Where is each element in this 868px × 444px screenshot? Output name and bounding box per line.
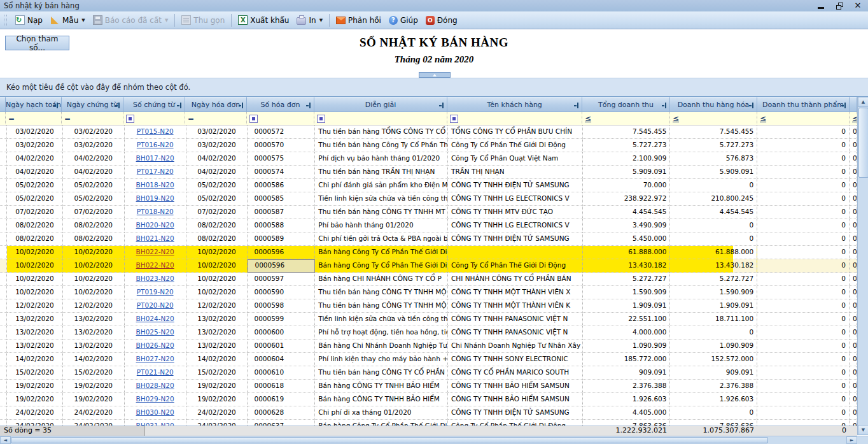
column-header-dien-giai[interactable]: Diễn giải (314, 97, 447, 112)
voucher-link[interactable]: PT017-N20 (137, 168, 174, 175)
table-row[interactable]: 10/02/202010/02/2020BH022-N2010/02/20200… (0, 246, 857, 259)
voucher-link[interactable]: BH020-N20 (136, 221, 174, 229)
table-row[interactable]: 13/02/202013/02/2020BH026-N2013/02/20200… (0, 340, 857, 353)
vertical-scrollbar[interactable]: ▲ ▼ (857, 97, 868, 435)
group-by-bar[interactable]: Kéo một tiêu đề cột vào đây để nhóm theo… (0, 78, 868, 97)
column-header-ten-khach-hang[interactable]: Tên khách hàng (447, 97, 582, 112)
voucher-link[interactable]: BH023-N20 (136, 275, 174, 282)
table-row[interactable]: 10/02/202010/02/2020BH022-N2010/02/20200… (0, 259, 857, 273)
toolbar-grip[interactable] (4, 15, 7, 26)
pin-icon[interactable] (115, 103, 121, 108)
voucher-link[interactable]: BH021-N20 (136, 234, 174, 242)
filter-cell-ngay-chung-tu[interactable]: = (62, 112, 123, 125)
filter-cell-ten-khach-hang[interactable] (447, 112, 582, 125)
table-row[interactable]: 03/02/202003/02/2020PT016-N2003/02/20200… (0, 139, 857, 152)
table-row[interactable]: 19/02/202019/02/2020BH028-N2019/02/20200… (0, 380, 857, 393)
pin-icon[interactable] (841, 103, 847, 108)
feedback-button[interactable]: Phản hồi (332, 13, 385, 27)
voucher-link[interactable]: BH019-N20 (136, 194, 174, 202)
table-row[interactable]: 15/02/202015/02/2020PT021-N2015/02/20200… (0, 366, 857, 380)
scroll-down-arrow-icon[interactable]: ▼ (858, 425, 868, 435)
minimize-button[interactable] (817, 1, 825, 10)
voucher-link[interactable]: BH030-N20 (136, 408, 174, 416)
table-row[interactable]: 08/02/202008/02/2020BH021-N2008/02/20200… (0, 233, 857, 246)
pin-icon[interactable] (574, 103, 580, 108)
voucher-link[interactable]: BH028-N20 (136, 382, 174, 389)
filter-cell-dien-giai[interactable] (314, 112, 447, 125)
pin-icon[interactable] (177, 103, 183, 108)
voucher-link[interactable]: PT020-N20 (137, 301, 174, 309)
voucher-link[interactable]: PT021-N20 (137, 368, 174, 376)
scroll-left-arrow-icon[interactable]: ◄ (0, 436, 11, 444)
voucher-link[interactable]: BH027-N20 (136, 355, 174, 362)
dropdown-caret-icon[interactable]: ▼ (165, 18, 168, 23)
filter-cell-doanh-thu-thanh-pham[interactable]: ≤ (757, 112, 850, 125)
pin-icon[interactable] (306, 103, 312, 108)
close-red-button[interactable]: OĐóng (422, 14, 461, 27)
collapse-panel-handle[interactable] (419, 72, 451, 78)
table-row[interactable]: 13/02/202013/02/2020BH025-N2013/02/20200… (0, 326, 857, 340)
column-header-doanh-thu-thanh-pham[interactable]: Doanh thu thành phẩm (757, 97, 850, 112)
table-row[interactable]: 14/02/202014/02/2020BH027-N2014/02/20200… (0, 353, 857, 366)
scroll-right-arrow-icon[interactable]: ► (846, 436, 857, 444)
table-row[interactable]: 04/02/202004/02/2020BH017-N2004/02/20200… (0, 152, 857, 166)
help-button[interactable]: ?Giúp (385, 14, 422, 27)
voucher-link[interactable]: PT019-N20 (137, 288, 174, 296)
filter-cell-so-chung-tu[interactable] (123, 112, 185, 125)
dropdown-caret-icon[interactable]: ▼ (319, 18, 323, 23)
table-row[interactable]: 13/02/202013/02/2020BH024-N2013/02/20200… (0, 313, 857, 326)
column-header-ngay-chung-tu[interactable]: Ngày chứng từ (62, 97, 123, 112)
column-header-tong-doanh-thu[interactable]: Tổng doanh thu (582, 97, 670, 112)
table-row[interactable]: 12/02/202012/02/2020PT020-N2012/02/20200… (0, 299, 857, 313)
table-row[interactable]: 05/02/202005/02/2020BH019-N2005/02/20200… (0, 192, 857, 206)
filter-cell-so-hoa-don[interactable] (247, 112, 314, 125)
table-row[interactable]: 04/02/202004/02/2020PT017-N2004/02/20200… (0, 166, 857, 179)
filter-box-icon[interactable] (317, 115, 325, 123)
filter-cell-ngay-hoa-don[interactable]: = (185, 112, 247, 125)
close-button[interactable]: ✕ (854, 1, 862, 10)
pin-icon[interactable] (749, 103, 755, 108)
table-row[interactable]: 24/02/202024/02/2020BH030-N2024/02/20200… (0, 406, 857, 420)
template-button[interactable]: Mẫu▼ (46, 13, 89, 27)
voucher-link[interactable]: BH022-N20 (136, 248, 174, 255)
restore-button[interactable] (836, 1, 843, 10)
voucher-link[interactable]: BH017-N20 (136, 154, 174, 162)
dropdown-caret-icon[interactable]: ▼ (81, 18, 85, 23)
table-row[interactable]: 03/02/202003/02/2020PT015-N2003/02/20200… (0, 125, 857, 139)
pin-icon[interactable] (53, 103, 59, 108)
pin-icon[interactable] (662, 103, 668, 108)
print-button[interactable]: In▼ (293, 13, 326, 27)
voucher-link[interactable]: BH022-N20 (136, 261, 174, 269)
voucher-link[interactable]: BH024-N20 (136, 315, 174, 322)
table-row[interactable]: 19/02/202019/02/2020BH029-N2019/02/20200… (0, 393, 857, 406)
voucher-link[interactable]: PT016-N20 (137, 141, 174, 148)
reload-button[interactable]: ↻Nạp (11, 13, 46, 27)
voucher-link[interactable]: BH025-N20 (136, 328, 174, 336)
pin-icon[interactable] (239, 103, 244, 108)
voucher-link[interactable]: BH026-N20 (136, 341, 174, 349)
table-row[interactable]: 07/02/202007/02/2020PT018-N2007/02/20200… (0, 206, 857, 219)
filter-cell-col-partial[interactable]: ≤ (850, 112, 857, 125)
filter-cell-tong-doanh-thu[interactable]: ≤ (582, 112, 670, 125)
table-row[interactable]: 08/02/202008/02/2020BH020-N2008/02/20200… (0, 219, 857, 233)
table-row[interactable]: 24/02/202024/02/2020BH031-N2024/02/20200… (0, 420, 857, 426)
filter-box-icon[interactable] (450, 115, 458, 123)
table-row[interactable]: 10/02/202010/02/2020BH023-N2010/02/20200… (0, 273, 857, 286)
pin-icon[interactable] (439, 103, 445, 108)
column-header-doanh-thu-hang-hoa[interactable]: Doanh thu hàng hóa (670, 97, 757, 112)
column-header-so-hoa-don[interactable]: Số hóa đơn (247, 97, 314, 112)
voucher-link[interactable]: BH018-N20 (136, 181, 174, 189)
horizontal-scroll-thumb[interactable] (11, 437, 768, 443)
filter-cell-doanh-thu-hang-hoa[interactable]: ≤ (670, 112, 757, 125)
column-header-ngay-hach-toan[interactable]: Ngày hạch toán (6, 97, 62, 112)
scroll-up-arrow-icon[interactable]: ▲ (858, 97, 868, 107)
filter-cell-ngay-hach-toan[interactable]: = (6, 112, 62, 125)
table-row[interactable]: 10/02/202010/02/2020PT019-N2010/02/20200… (0, 286, 857, 299)
column-header-so-chung-tu[interactable]: Số chứng từ (123, 97, 185, 112)
horizontal-scrollbar[interactable]: ◄ ► (0, 436, 868, 444)
voucher-link[interactable]: PT015-N20 (137, 127, 174, 135)
voucher-link[interactable]: BH029-N20 (136, 395, 174, 403)
table-row[interactable]: 05/02/202005/02/2020BH018-N2005/02/20200… (0, 179, 857, 192)
column-header-ngay-hoa-don[interactable]: Ngày hóa đơn (185, 97, 247, 112)
excel-button[interactable]: XXuất khẩu (234, 13, 293, 27)
